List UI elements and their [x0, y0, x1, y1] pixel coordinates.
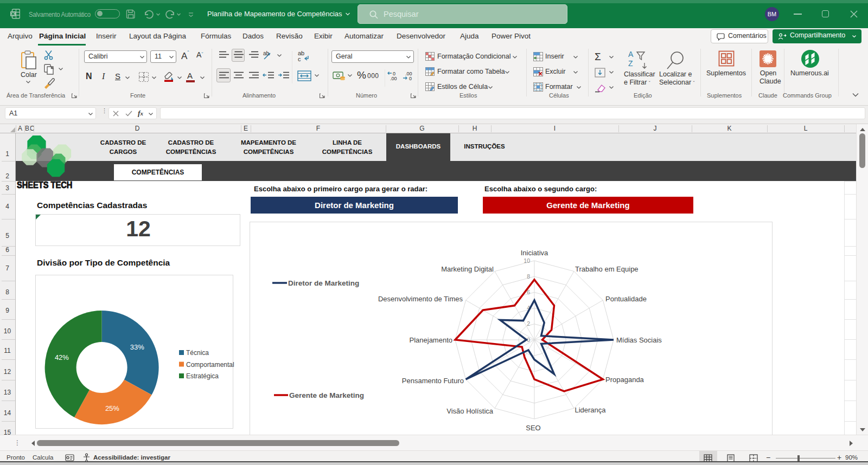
svg-text:8: 8	[527, 273, 530, 280]
svg-text:Iniciativa: Iniciativa	[521, 249, 548, 257]
svg-text:Desenvolvimento de Times: Desenvolvimento de Times	[378, 295, 463, 303]
svg-text:Pontualidade: Pontualidade	[605, 295, 647, 303]
svg-text:Trabalho em Equipe: Trabalho em Equipe	[575, 265, 639, 273]
svg-text:Planejamento: Planejamento	[410, 336, 453, 344]
svg-text:Z: Z	[628, 59, 633, 68]
svg-text:Mídias Sociais: Mídias Sociais	[616, 336, 662, 344]
svg-text:SHEETS TECH: SHEETS TECH	[17, 180, 72, 190]
svg-text:2: 2	[527, 320, 530, 327]
svg-text:Marketing Digital: Marketing Digital	[441, 265, 494, 273]
svg-text:ab: ab	[263, 50, 270, 56]
svg-text:Comportamental: Comportamental	[186, 361, 234, 369]
svg-text:Diretor de Marketing: Diretor de Marketing	[288, 279, 359, 287]
svg-text:Propaganda: Propaganda	[605, 376, 644, 384]
svg-text:.00: .00	[390, 76, 397, 81]
svg-text:33%: 33%	[130, 343, 144, 351]
svg-text:Gerente de Marketing: Gerente de Marketing	[289, 391, 364, 399]
svg-text:A: A	[628, 50, 634, 59]
svg-text:0: 0	[409, 76, 412, 81]
svg-text:Liderança: Liderança	[575, 406, 606, 414]
svg-text:Visão Holística: Visão Holística	[446, 407, 494, 415]
svg-text:c: c	[298, 56, 301, 62]
svg-text:SEO: SEO	[526, 424, 540, 432]
svg-text:25%: 25%	[105, 404, 119, 412]
svg-text:Pensamento Futuro: Pensamento Futuro	[402, 377, 464, 385]
svg-text:Estratégica: Estratégica	[186, 372, 219, 380]
svg-text:10: 10	[524, 257, 530, 264]
svg-text:Técnica: Técnica	[186, 349, 209, 357]
svg-text:42%: 42%	[55, 353, 69, 361]
